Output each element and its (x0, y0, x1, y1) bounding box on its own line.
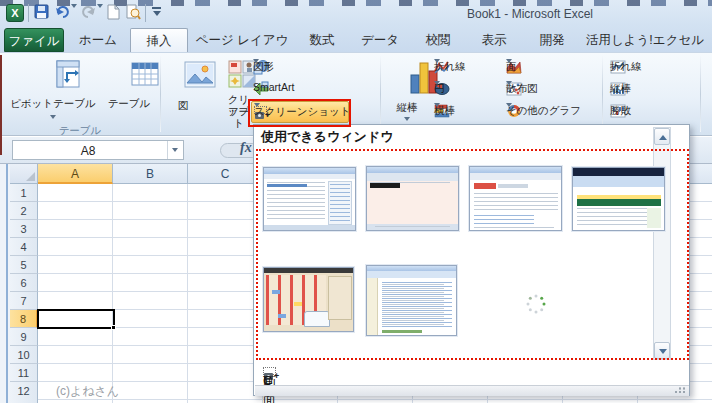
credit-text: (c)よねさん (56, 383, 119, 400)
row-header-11[interactable]: 11 (10, 364, 38, 382)
print-preview-icon[interactable] (125, 4, 141, 22)
resize-grip-icon[interactable] (674, 387, 686, 394)
quick-access-toolbar: X (4, 4, 204, 24)
window-left-frame (0, 164, 10, 403)
row-header-5[interactable]: 5 (10, 256, 38, 274)
excel-window: Book1 - Microsoft Excel X ファイル ホーム 挿入 ペー… (0, 0, 712, 403)
window-left-border (6, 164, 8, 403)
fx-icon[interactable]: fx (240, 140, 252, 156)
row-header-10[interactable]: 10 (10, 346, 38, 364)
group-divider (380, 56, 381, 132)
tab-review[interactable]: 校閲 (412, 28, 464, 52)
row-header-7[interactable]: 7 (10, 292, 38, 310)
dropdown-arrow-icon (434, 103, 440, 107)
customize-qat-icon[interactable] (150, 4, 163, 22)
tab-data[interactable]: データ (352, 28, 408, 52)
smartart-button[interactable]: SmartArt (253, 78, 349, 96)
annotation-gallery-dotted-border (256, 149, 689, 360)
row-header-1[interactable]: 1 (10, 184, 38, 202)
dropdown-footer (255, 385, 689, 396)
other-charts-button[interactable]: その他のグラフ (506, 102, 602, 120)
bar-chart-button[interactable]: 横棒 (434, 102, 500, 120)
dropdown-arrow-icon (434, 81, 440, 85)
tab-page-layout[interactable]: ページ レイアウト (192, 28, 292, 52)
annotation-screenshot-highlight (248, 99, 351, 127)
screen-clipping-item[interactable]: + 画面の領域(C) (255, 361, 651, 385)
table-button[interactable]: テーブル (100, 57, 158, 131)
tab-file[interactable]: ファイル (4, 28, 64, 52)
row-header-6[interactable]: 6 (10, 274, 38, 292)
scroll-up-icon[interactable] (654, 128, 670, 145)
row-header-12[interactable]: 12 (10, 382, 38, 403)
selected-cell-a8[interactable] (37, 309, 115, 329)
row-header-9[interactable]: 9 (10, 328, 38, 346)
separator (145, 4, 146, 22)
window-title: Book1 - Microsoft Excel (380, 7, 680, 23)
tab-custom-addin[interactable]: 活用しよう!エクセル (582, 28, 708, 52)
column-chart-button[interactable]: 縦棒 (385, 57, 429, 131)
fill-handle[interactable] (111, 325, 116, 330)
tab-developer[interactable]: 開発 (524, 28, 580, 52)
column-header-a[interactable]: A (38, 164, 113, 184)
tab-insert[interactable]: 挿入 (130, 28, 188, 52)
row-header-3[interactable]: 3 (10, 220, 38, 238)
tab-formulas[interactable]: 数式 (296, 28, 348, 52)
column-header-b[interactable]: B (113, 164, 188, 184)
sparkline-column-button[interactable]: 縦棒 (610, 80, 696, 98)
dropdown-arrow-icon (404, 117, 410, 121)
redo-icon[interactable] (81, 4, 95, 22)
separator (28, 4, 29, 22)
tab-view[interactable]: 表示 (468, 28, 520, 52)
new-document-icon[interactable] (106, 4, 121, 22)
select-all-corner[interactable] (10, 164, 38, 184)
row-header-4[interactable]: 4 (10, 238, 38, 256)
undo-icon[interactable] (55, 4, 69, 22)
group-divider (700, 56, 701, 132)
group-divider (160, 56, 161, 132)
dropdown-arrow-icon (506, 81, 512, 85)
dropdown-title: 使用できるウィンドウ (254, 125, 689, 149)
pivot-table-button[interactable]: ピボットテーブル (8, 57, 98, 131)
group-label-tables: テーブル (20, 124, 140, 136)
dropdown-arrow-icon (506, 103, 512, 107)
sparkline-line-button[interactable]: 折れ線 (610, 58, 696, 76)
undo-dropdown-icon[interactable] (71, 4, 77, 22)
row-header-8[interactable]: 8 (10, 310, 38, 328)
sparkline-winloss-button[interactable]: 勝敗 (610, 102, 696, 120)
scatter-chart-button[interactable]: 散布図 (506, 80, 598, 98)
dropdown-arrow-icon (253, 59, 259, 63)
picture-button[interactable]: 図 (164, 57, 202, 131)
name-box-value: A8 (13, 144, 163, 158)
screenshot-dropdown: 使用できるウィンドウ (253, 124, 690, 396)
group-divider (602, 56, 603, 132)
redo-dropdown-icon[interactable] (97, 4, 103, 22)
row-header-2[interactable]: 2 (10, 202, 38, 220)
pie-chart-button[interactable]: 円 (434, 80, 500, 98)
column-header-c[interactable]: C (188, 164, 263, 184)
cropped-edge-artifact (0, 55, 2, 155)
name-box[interactable]: A8 (12, 140, 184, 160)
name-box-dropdown-icon[interactable] (167, 141, 183, 159)
excel-logo-icon[interactable]: X (6, 4, 24, 22)
tab-home[interactable]: ホーム (68, 28, 128, 52)
area-chart-button[interactable]: 面 (506, 58, 598, 76)
dropdown-arrow-icon (50, 115, 56, 119)
clip-art-button[interactable]: クリップアート (204, 57, 250, 131)
dropdown-arrow-icon (506, 59, 512, 63)
save-icon[interactable] (34, 4, 51, 22)
dropdown-arrow-icon (434, 59, 440, 63)
line-chart-button[interactable]: 折れ線 (434, 58, 500, 76)
shapes-button[interactable]: 図形 (253, 58, 349, 76)
